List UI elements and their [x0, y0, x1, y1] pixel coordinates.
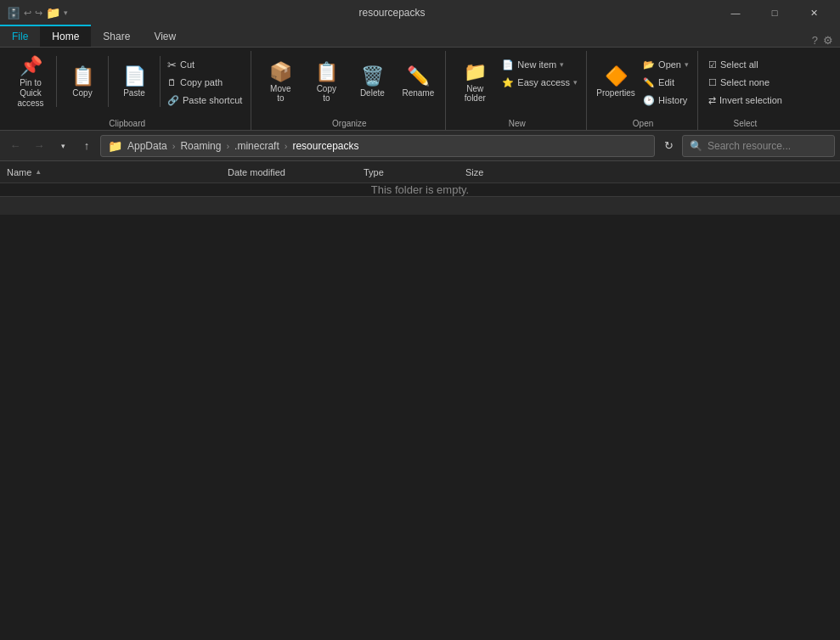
back-button[interactable]: ← — [5, 136, 25, 156]
breadcrumb-sep3: › — [285, 141, 288, 151]
select-none-button[interactable]: ☐ Select none — [705, 74, 786, 91]
nav-dropdown-button[interactable]: ▾ — [53, 136, 73, 156]
history-button[interactable]: 🕑 History — [640, 92, 692, 109]
breadcrumb-sep2: › — [226, 141, 229, 151]
column-size-header[interactable]: Size — [465, 167, 550, 177]
pin-label: Pin to Quickaccess — [10, 78, 51, 109]
paste-button[interactable]: 📄 Paste — [112, 53, 156, 110]
breadcrumb-resourcepacks[interactable]: resourcepacks — [292, 140, 358, 152]
new-content: 📁 Newfolder 📄 New item ▾ ⭐ Easy access ▾ — [453, 53, 581, 119]
rename-icon: ✏️ — [407, 67, 430, 86]
column-type-header[interactable]: Type — [364, 167, 465, 177]
new-group: 📁 Newfolder 📄 New item ▾ ⭐ Easy access ▾… — [448, 51, 587, 130]
open-content: 🔶 Properties 📂 Open ▾ ✏️ Edit 🕑 History — [594, 53, 692, 119]
edit-button[interactable]: ✏️ Edit — [640, 74, 692, 91]
organize-label: Organize — [258, 119, 440, 130]
paste-label: Paste — [123, 88, 145, 98]
address-bar[interactable]: 📁 AppData › Roaming › .minecraft › resou… — [100, 135, 655, 157]
new-item-arrow: ▾ — [560, 60, 564, 69]
open-icon: 📂 — [643, 59, 655, 70]
tab-share[interactable]: Share — [91, 25, 142, 47]
up-button[interactable]: ↑ — [76, 136, 97, 156]
select-content: ☑ Select all ☐ Select none ⇄ Invert sele… — [705, 53, 786, 119]
properties-button[interactable]: 🔶 Properties — [594, 53, 638, 110]
settings-icon[interactable]: ⚙ — [823, 34, 833, 47]
new-item-icon: 📄 — [502, 59, 514, 70]
rename-button[interactable]: ✏️ Rename — [396, 53, 440, 110]
maximize-button[interactable]: □ — [755, 0, 794, 25]
copy-button[interactable]: 📋 Copy — [60, 53, 104, 110]
delete-icon: 🗑️ — [361, 67, 384, 86]
select-all-icon: ☑ — [708, 59, 717, 70]
paste-shortcut-icon: 🔗 — [167, 95, 179, 106]
address-bar-row: ← → ▾ ↑ 📁 AppData › Roaming › .minecraft… — [0, 131, 840, 161]
invert-selection-button[interactable]: ⇄ Invert selection — [705, 92, 786, 109]
file-content-area: This folder is empty. — [0, 183, 840, 196]
paste-shortcut-label: Paste shortcut — [183, 95, 242, 105]
help-icon[interactable]: ? — [812, 34, 818, 47]
select-all-button[interactable]: ☑ Select all — [705, 56, 786, 73]
file-list-header: Name ▲ Date modified Type Size — [0, 161, 840, 183]
clipboard-content: 📌 Pin to Quickaccess 📋 Copy 📄 Paste — [8, 53, 245, 119]
copy-to-label: Copyto — [317, 84, 336, 103]
move-to-icon: 📦 — [269, 63, 292, 81]
refresh-button[interactable]: ↻ — [658, 136, 679, 156]
move-to-label: Moveto — [270, 84, 290, 103]
breadcrumb-roaming[interactable]: Roaming — [180, 140, 221, 152]
pin-icon: 📌 — [20, 57, 42, 76]
copy-path-icon: 🗒 — [167, 77, 177, 87]
new-folder-button[interactable]: 📁 Newfolder — [453, 53, 497, 110]
tab-home[interactable]: Home — [40, 25, 91, 47]
title-bar: 🗄️ ↩ ↪ 📁 ▾ resourcepacks — □ ✕ — [0, 0, 840, 25]
delete-button[interactable]: 🗑️ Delete — [350, 53, 394, 110]
cut-icon: ✂ — [167, 59, 177, 71]
cut-button[interactable]: ✂ Cut — [164, 56, 245, 73]
search-bar[interactable]: 🔍 Search resource... — [682, 135, 835, 157]
invert-label: Invert selection — [719, 95, 782, 105]
quick-access-icon1[interactable]: 🗄️ — [7, 7, 20, 20]
new-item-button[interactable]: 📄 New item ▾ — [499, 56, 581, 73]
breadcrumb-minecraft[interactable]: .minecraft — [234, 140, 279, 152]
copy-to-icon: 📋 — [315, 63, 338, 81]
paste-shortcut-button[interactable]: 🔗 Paste shortcut — [164, 92, 245, 109]
open-group: 🔶 Properties 📂 Open ▾ ✏️ Edit 🕑 History — [589, 51, 698, 130]
divider1 — [56, 56, 57, 107]
tab-view[interactable]: View — [142, 25, 188, 47]
new-small-stack: 📄 New item ▾ ⭐ Easy access ▾ — [499, 56, 581, 91]
title-bar-dropdown[interactable]: ▾ — [64, 8, 68, 17]
delete-label: Delete — [360, 88, 385, 98]
select-all-label: Select all — [720, 59, 758, 70]
copy-path-label: Copy path — [180, 77, 223, 87]
tab-file[interactable]: File — [0, 25, 40, 47]
ribbon: 📌 Pin to Quickaccess 📋 Copy 📄 Paste — [0, 48, 840, 131]
open-small-stack: 📂 Open ▾ ✏️ Edit 🕑 History — [640, 56, 692, 109]
easy-access-icon: ⭐ — [502, 77, 514, 88]
search-icon: 🔍 — [690, 140, 702, 152]
column-name-header[interactable]: Name ▲ — [7, 167, 228, 177]
copy-path-button[interactable]: 🗒 Copy path — [164, 74, 245, 91]
status-bar — [0, 196, 840, 215]
pin-to-quick-access-button[interactable]: 📌 Pin to Quickaccess — [8, 53, 53, 110]
new-item-label: New item — [517, 59, 556, 70]
invert-icon: ⇄ — [708, 95, 716, 106]
divider3 — [160, 56, 161, 107]
open-button[interactable]: 📂 Open ▾ — [640, 56, 692, 73]
sort-arrow: ▲ — [35, 168, 42, 176]
quick-access-icon3[interactable]: ↪ — [35, 8, 42, 19]
copy-to-button[interactable]: 📋 Copyto — [304, 53, 348, 110]
close-button[interactable]: ✕ — [794, 0, 833, 25]
move-to-button[interactable]: 📦 Moveto — [258, 53, 302, 110]
clipboard-group: 📌 Pin to Quickaccess 📋 Copy 📄 Paste — [3, 51, 251, 130]
breadcrumb-appdata[interactable]: AppData — [127, 140, 167, 152]
window-title: resourcepacks — [73, 7, 711, 19]
column-date-header[interactable]: Date modified — [228, 167, 364, 177]
new-label: New — [453, 119, 581, 130]
easy-access-button[interactable]: ⭐ Easy access ▾ — [499, 74, 581, 91]
properties-icon: 🔶 — [605, 67, 628, 86]
edit-icon: ✏️ — [643, 77, 655, 88]
quick-access-icon2[interactable]: ↩ — [24, 8, 31, 19]
minimize-button[interactable]: — — [716, 0, 755, 25]
forward-button[interactable]: → — [29, 136, 49, 156]
easy-access-arrow: ▾ — [573, 78, 578, 87]
open-arrow: ▾ — [685, 60, 689, 69]
